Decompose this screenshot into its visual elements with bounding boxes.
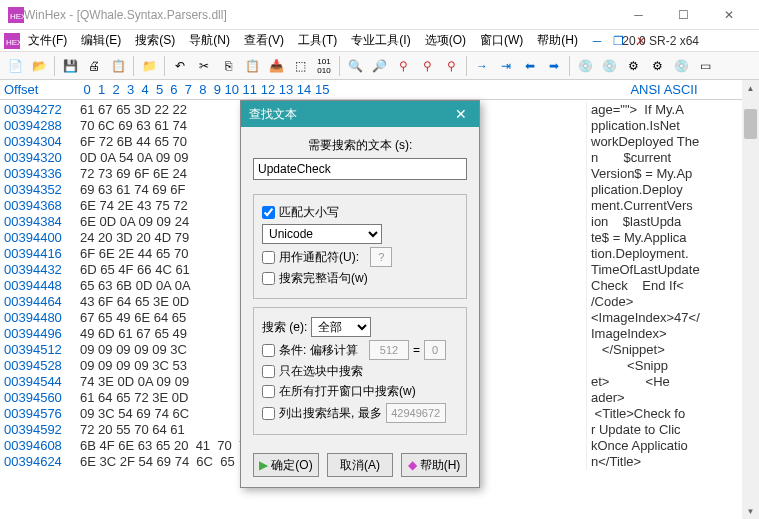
menu-tools[interactable]: 工具(T) <box>292 30 343 51</box>
maximize-button[interactable]: ☐ <box>661 0 706 30</box>
find-text-icon[interactable]: 🔍 <box>344 55 366 77</box>
disk2-icon[interactable]: 💿 <box>598 55 620 77</box>
list-results-checkbox[interactable] <box>262 407 275 420</box>
cancel-button[interactable]: 取消(A) <box>327 453 393 477</box>
ascii-cell[interactable]: Version$ = My.Ap <box>586 166 742 182</box>
help-button[interactable]: ◆帮助(H) <box>401 453 467 477</box>
offset-cell: 00394528 <box>0 358 80 374</box>
search-text-input[interactable] <box>253 158 467 180</box>
list-results-label: 列出搜索结果, 最多 <box>279 405 382 422</box>
menu-options[interactable]: 选项(O) <box>419 30 472 51</box>
whole-words-checkbox[interactable] <box>262 272 275 285</box>
goto-icon[interactable]: ⚲ <box>440 55 462 77</box>
offset-cell: 00394400 <box>0 230 80 246</box>
ascii-cell[interactable]: ImageIndex> <box>586 326 742 342</box>
menu-help[interactable]: 帮助(H) <box>531 30 584 51</box>
print-icon[interactable]: 🖨 <box>83 55 105 77</box>
ascii-cell[interactable]: <Snipp <box>586 358 742 374</box>
disk3-icon[interactable]: ⚙ <box>622 55 644 77</box>
minimize-button[interactable]: ─ <box>616 0 661 30</box>
ok-button[interactable]: ▶确定(O) <box>253 453 319 477</box>
disk5-icon[interactable]: 💿 <box>670 55 692 77</box>
ascii-cell[interactable]: ion $lastUpda <box>586 214 742 230</box>
offset-cell: 00394272 <box>0 102 80 118</box>
ascii-cell[interactable]: <ImageIndex>47</ <box>586 310 742 326</box>
list-max-input[interactable] <box>386 403 446 423</box>
ascii-cell[interactable]: ment.CurrentVers <box>586 198 742 214</box>
menu-search[interactable]: 搜索(S) <box>129 30 181 51</box>
cut-icon[interactable]: ✂ <box>193 55 215 77</box>
menu-view[interactable]: 查看(V) <box>238 30 290 51</box>
ascii-cell[interactable]: pplication.IsNet <box>586 118 742 134</box>
ascii-cell[interactable]: </Snippet> <box>586 342 742 358</box>
copy-icon[interactable]: ⎘ <box>217 55 239 77</box>
ascii-cell[interactable]: ader> <box>586 390 742 406</box>
ascii-cell[interactable]: <Title>Check fo <box>586 406 742 422</box>
ascii-cell[interactable]: Check End If< <box>586 278 742 294</box>
undo-icon[interactable]: ↶ <box>169 55 191 77</box>
find-hex-icon[interactable]: 🔎 <box>368 55 390 77</box>
cond-rem-input[interactable] <box>424 340 446 360</box>
binary-icon[interactable]: 101010 <box>313 55 335 77</box>
cond-mod-input[interactable] <box>369 340 409 360</box>
wildcard-char-input[interactable] <box>370 247 392 267</box>
replace-icon[interactable]: ⚲ <box>416 55 438 77</box>
find-text-dialog: 查找文本 ✕ 需要搜索的文本 (s): 匹配大小写 Unicode 用作通配符(… <box>240 100 480 488</box>
scroll-track[interactable] <box>742 97 759 503</box>
copy-hex-icon[interactable]: ⬚ <box>289 55 311 77</box>
save-icon[interactable]: 💾 <box>59 55 81 77</box>
ascii-cell[interactable]: et> <He <box>586 374 742 390</box>
ascii-cell[interactable]: /Code> <box>586 294 742 310</box>
ascii-cell[interactable]: kOnce Applicatio <box>586 438 742 454</box>
menu-specialist[interactable]: 专业工具(I) <box>345 30 416 51</box>
offset-cell: 00394304 <box>0 134 80 150</box>
scroll-up-icon[interactable]: ▲ <box>742 80 759 97</box>
forward-icon[interactable]: ➡ <box>543 55 565 77</box>
open-folder-icon[interactable]: 📂 <box>28 55 50 77</box>
paste-icon[interactable]: 📥 <box>265 55 287 77</box>
header-offset: Offset <box>0 82 80 97</box>
search-direction-select[interactable]: 全部 <box>311 317 371 337</box>
wildcards-checkbox[interactable] <box>262 251 275 264</box>
menu-edit[interactable]: 编辑(E) <box>75 30 127 51</box>
dialog-titlebar[interactable]: 查找文本 ✕ <box>241 101 479 127</box>
only-block-checkbox[interactable] <box>262 365 275 378</box>
match-case-checkbox[interactable] <box>262 206 275 219</box>
find-again-icon[interactable]: ⚲ <box>392 55 414 77</box>
ascii-cell[interactable]: TimeOfLastUpdate <box>586 262 742 278</box>
vertical-scrollbar[interactable]: ▲ ▼ <box>742 80 759 519</box>
ascii-cell[interactable]: n $current <box>586 150 742 166</box>
goto-end-icon[interactable]: ⇥ <box>495 55 517 77</box>
ascii-cell[interactable]: tion.Deployment. <box>586 246 742 262</box>
encoding-select[interactable]: Unicode <box>262 224 382 244</box>
mdi-minimize-icon[interactable]: ─ <box>588 32 606 50</box>
search-direction-label: 搜索 (e): <box>262 319 307 336</box>
all-windows-checkbox[interactable] <box>262 385 275 398</box>
ascii-cell[interactable]: te$ = My.Applica <box>586 230 742 246</box>
back-icon[interactable]: ⬅ <box>519 55 541 77</box>
scroll-thumb[interactable] <box>744 109 757 139</box>
folder-icon[interactable]: 📁 <box>138 55 160 77</box>
ascii-cell[interactable]: plication.Deploy <box>586 182 742 198</box>
menu-window[interactable]: 窗口(W) <box>474 30 529 51</box>
offset-cell: 00394416 <box>0 246 80 262</box>
cond-offset-checkbox[interactable] <box>262 344 275 357</box>
dialog-close-icon[interactable]: ✕ <box>451 106 471 122</box>
new-file-icon[interactable]: 📄 <box>4 55 26 77</box>
disk4-icon[interactable]: ⚙ <box>646 55 668 77</box>
disk-icon[interactable]: 💿 <box>574 55 596 77</box>
goto-offset-icon[interactable]: → <box>471 55 493 77</box>
ram-icon[interactable]: ▭ <box>694 55 716 77</box>
menu-file[interactable]: 文件(F) <box>22 30 73 51</box>
ascii-cell[interactable]: age=""> If My.A <box>586 102 742 118</box>
window-title: WinHex - [QWhale.Syntax.Parsers.dll] <box>24 8 616 22</box>
ascii-cell[interactable]: workDeployed The <box>586 134 742 150</box>
clipboard-icon[interactable]: 📋 <box>241 55 263 77</box>
close-button[interactable]: ✕ <box>706 0 751 30</box>
ascii-cell[interactable]: r Update to Clic <box>586 422 742 438</box>
svg-text:HEX: HEX <box>10 12 24 21</box>
scroll-down-icon[interactable]: ▼ <box>742 503 759 519</box>
ascii-cell[interactable]: n</Title> <box>586 454 742 470</box>
menu-navigate[interactable]: 导航(N) <box>183 30 236 51</box>
properties-icon[interactable]: 📋 <box>107 55 129 77</box>
